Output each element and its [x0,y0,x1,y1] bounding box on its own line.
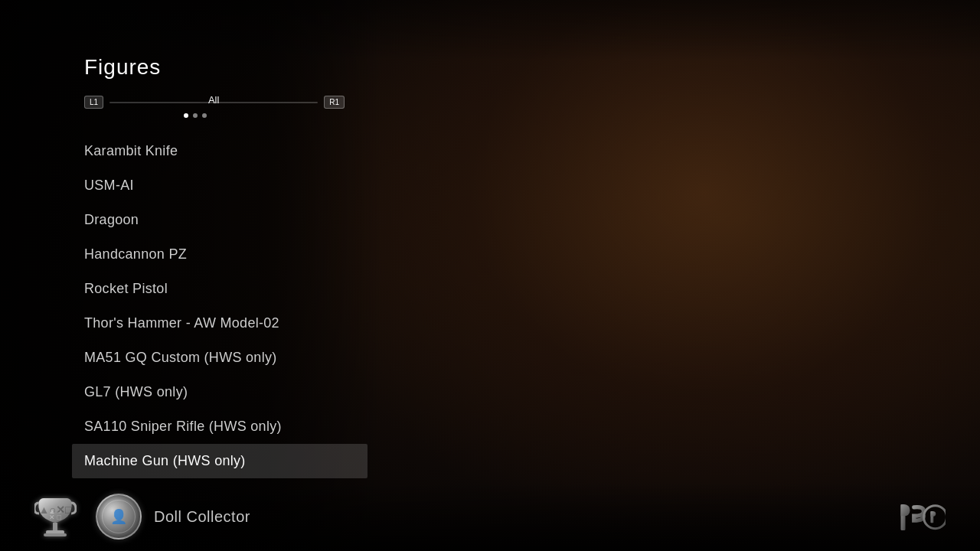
svg-rect-2 [44,533,67,536]
list-item[interactable]: GL7 (HWS only) [84,375,368,409]
list-item[interactable]: Thor's Hammer - AW Model-02 [84,306,368,341]
medal-profile-icon: 👤 [110,508,127,525]
tab-label: All [208,94,219,106]
trophy-name-label: Doll Collector [154,508,250,526]
figures-list: Karambit Knife USM-AI Dragoon Handcannon… [84,134,368,478]
svg-point-7 [924,506,946,529]
trophy-svg: ▲○✕□ ▲ ○ ✕ □ [34,492,77,542]
tab-dots [184,113,207,118]
medal-inner: 👤 [102,500,136,533]
list-item[interactable]: MA51 GQ Custom (HWS only) [84,341,368,375]
list-item[interactable]: Dragoon [84,203,368,237]
bottom-bar: ▲○✕□ ▲ ○ ✕ □ 👤 Doll Collector [0,482,980,551]
page-title: Figures [84,55,161,80]
list-item[interactable]: USM-AI [84,168,368,203]
tab-bar: All [109,102,318,103]
tab-dot-2 [193,113,198,118]
tab-dot-3 [202,113,207,118]
svg-text:✕ □: ✕ □ [49,514,62,521]
tab-next-button[interactable]: R1 [324,96,345,109]
list-item[interactable]: Handcannon PZ [84,237,368,272]
trophy-icon: ▲○✕□ ▲ ○ ✕ □ [31,490,80,543]
list-item-selected[interactable]: Machine Gun (HWS only) [72,444,368,478]
list-item[interactable]: Karambit Knife [84,134,368,168]
svg-rect-0 [53,523,57,530]
playstation-logo-icon [900,498,946,540]
tab-navigation: L1 All R1 [84,96,345,109]
medal-coin: 👤 [96,494,142,540]
tab-dot-1 [184,113,188,118]
list-item[interactable]: SA110 Sniper Rifle (HWS only) [84,409,368,444]
tab-prev-button[interactable]: L1 [84,96,103,109]
main-content: Figures L1 All R1 Karambit Knife USM-AI … [0,0,980,551]
list-item[interactable]: Rocket Pistol [84,272,368,306]
